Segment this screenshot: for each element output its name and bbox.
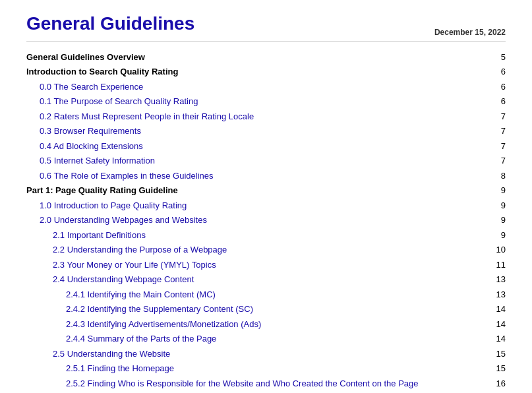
toc-row: 1.0 Introduction to Page Quality Rating9 [26, 198, 506, 213]
toc-link[interactable]: 2.5.1 Finding the Homepage [66, 363, 174, 373]
toc-link[interactable]: 0.4 Ad Blocking Extensions [40, 141, 143, 151]
toc-page-number: 14 [486, 332, 506, 347]
toc-link[interactable]: 0.2 Raters Must Represent People in thei… [40, 111, 254, 121]
toc-entry[interactable]: 2.4.3 Identifying Advertisements/Monetiz… [26, 317, 486, 332]
toc-entry[interactable]: 2.5.3 Finding About Us, Contact Informat… [26, 391, 486, 394]
toc-row: 0.0 The Search Experience6 [26, 79, 506, 94]
toc-page-number: 6 [486, 65, 506, 80]
toc-link[interactable]: 2.4.4 Summary of the Parts of the Page [66, 334, 216, 344]
toc-entry[interactable]: 0.3 Browser Requirements [26, 124, 486, 139]
toc-row: 2.5.3 Finding About Us, Contact Informat… [26, 391, 506, 394]
toc-row: 0.3 Browser Requirements7 [26, 124, 506, 139]
toc-row: 2.4.4 Summary of the Parts of the Page14 [26, 332, 506, 347]
toc-row: 2.5 Understanding the Website15 [26, 346, 506, 361]
toc-row: 2.4.1 Identifying the Main Content (MC)1… [26, 287, 506, 302]
toc-row: 0.6 The Role of Examples in these Guidel… [26, 168, 506, 183]
toc-entry[interactable]: 0.1 The Purpose of Search Quality Rating [26, 94, 486, 109]
toc-entry: Introduction to Search Quality Rating [26, 65, 486, 80]
page-title: General Guidelines [26, 13, 194, 34]
toc-page-number: 7 [486, 154, 506, 169]
toc-link[interactable]: 2.3 Your Money or Your Life (YMYL) Topic… [53, 260, 216, 270]
table-of-contents: General Guidelines Overview5Introduction… [26, 49, 506, 393]
toc-page-number: 6 [486, 94, 506, 109]
toc-row: 2.4.2 Identifying the Supplementary Cont… [26, 302, 506, 317]
toc-link[interactable]: 0.0 The Search Experience [40, 82, 143, 92]
toc-entry[interactable]: 2.4.2 Identifying the Supplementary Cont… [26, 302, 486, 317]
toc-page-number: 6 [486, 79, 506, 94]
toc-row: 2.3 Your Money or Your Life (YMYL) Topic… [26, 257, 506, 272]
toc-page-number: 15 [486, 361, 506, 377]
toc-page-number: 9 [486, 198, 506, 213]
toc-page-number: 14 [486, 302, 506, 317]
toc-row: General Guidelines Overview5 [26, 49, 506, 65]
toc-page-number: 13 [486, 287, 506, 302]
toc-link[interactable]: 2.5 Understanding the Website [53, 349, 170, 359]
toc-row: 2.5.1 Finding the Homepage15 [26, 361, 506, 377]
toc-entry[interactable]: 2.5 Understanding the Website [26, 346, 486, 361]
toc-entry[interactable]: 2.1 Important Definitions [26, 227, 486, 243]
toc-entry[interactable]: 2.5.2 Finding Who is Responsible for the… [26, 376, 486, 391]
toc-link[interactable]: 2.1 Important Definitions [53, 230, 146, 240]
toc-entry[interactable]: 2.3 Your Money or Your Life (YMYL) Topic… [26, 257, 486, 272]
toc-page-number: 7 [486, 124, 506, 139]
toc-row: 0.1 The Purpose of Search Quality Rating… [26, 94, 506, 109]
toc-entry[interactable]: 0.6 The Role of Examples in these Guidel… [26, 168, 486, 183]
toc-entry[interactable]: 0.0 The Search Experience [26, 79, 486, 94]
toc-page-number: 14 [486, 317, 506, 332]
header-date: December 15, 2022 [434, 28, 506, 37]
toc-row: 0.5 Internet Safety Information7 [26, 154, 506, 169]
toc-page-number: 8 [486, 168, 506, 183]
toc-link[interactable]: 2.0 Understanding Webpages and Websites [40, 215, 207, 225]
toc-page-number: 13 [486, 272, 506, 287]
toc-page-number: 18 [486, 391, 506, 394]
toc-row: Part 1: Page Quality Rating Guideline9 [26, 183, 506, 198]
toc-entry[interactable]: 2.4.1 Identifying the Main Content (MC) [26, 287, 486, 302]
toc-page-number: 7 [486, 138, 506, 154]
toc-link[interactable]: 1.0 Introduction to Page Quality Rating [40, 200, 187, 210]
toc-page-number: 11 [486, 257, 506, 272]
toc-entry[interactable]: 2.5.1 Finding the Homepage [26, 361, 486, 377]
toc-row: 2.2 Understanding the Purpose of a Webpa… [26, 243, 506, 258]
toc-entry[interactable]: 1.0 Introduction to Page Quality Rating [26, 198, 486, 213]
toc-link[interactable]: 2.2 Understanding the Purpose of a Webpa… [53, 245, 227, 255]
toc-link[interactable]: 2.4.3 Identifying Advertisements/Monetiz… [66, 319, 261, 329]
toc-page-number: 9 [486, 183, 506, 198]
toc-page-number: 15 [486, 346, 506, 361]
toc-page-number: 10 [486, 243, 506, 258]
header: General Guidelines December 15, 2022 [26, 13, 506, 42]
toc-entry[interactable]: 0.4 Ad Blocking Extensions [26, 138, 486, 154]
toc-link[interactable]: 0.5 Internet Safety Information [40, 156, 155, 166]
toc-page-number: 9 [486, 227, 506, 243]
toc-entry[interactable]: 2.4.4 Summary of the Parts of the Page [26, 332, 486, 347]
toc-row: Introduction to Search Quality Rating6 [26, 65, 506, 80]
toc-entry[interactable]: 0.5 Internet Safety Information [26, 154, 486, 169]
toc-row: 2.4.3 Identifying Advertisements/Monetiz… [26, 317, 506, 332]
toc-link[interactable]: 0.1 The Purpose of Search Quality Rating [40, 96, 198, 106]
toc-page-number: 5 [486, 49, 506, 65]
toc-entry[interactable]: 2.4 Understanding Webpage Content [26, 272, 486, 287]
toc-row: 2.5.2 Finding Who is Responsible for the… [26, 376, 506, 391]
toc-page-number: 9 [486, 213, 506, 228]
toc-page-number: 16 [486, 376, 506, 391]
toc-row: 2.0 Understanding Webpages and Websites9 [26, 213, 506, 228]
toc-row: 2.1 Important Definitions9 [26, 227, 506, 243]
toc-link[interactable]: 0.6 The Role of Examples in these Guidel… [40, 171, 214, 181]
toc-entry[interactable]: 2.2 Understanding the Purpose of a Webpa… [26, 243, 486, 258]
toc-link[interactable]: 2.5.2 Finding Who is Responsible for the… [66, 378, 419, 388]
toc-row: 2.4 Understanding Webpage Content13 [26, 272, 506, 287]
toc-link[interactable]: 0.3 Browser Requirements [40, 126, 141, 136]
toc-entry: General Guidelines Overview [26, 49, 486, 65]
toc-page-number: 7 [486, 109, 506, 124]
toc-row: 0.4 Ad Blocking Extensions7 [26, 138, 506, 154]
toc-link[interactable]: 2.4.1 Identifying the Main Content (MC) [66, 289, 216, 299]
toc-row: 0.2 Raters Must Represent People in thei… [26, 109, 506, 124]
toc-entry: Part 1: Page Quality Rating Guideline [26, 183, 486, 198]
toc-link[interactable]: 2.4 Understanding Webpage Content [53, 274, 194, 284]
toc-entry[interactable]: 0.2 Raters Must Represent People in thei… [26, 109, 486, 124]
toc-entry[interactable]: 2.0 Understanding Webpages and Websites [26, 213, 486, 228]
toc-link[interactable]: 2.4.2 Identifying the Supplementary Cont… [66, 304, 253, 314]
